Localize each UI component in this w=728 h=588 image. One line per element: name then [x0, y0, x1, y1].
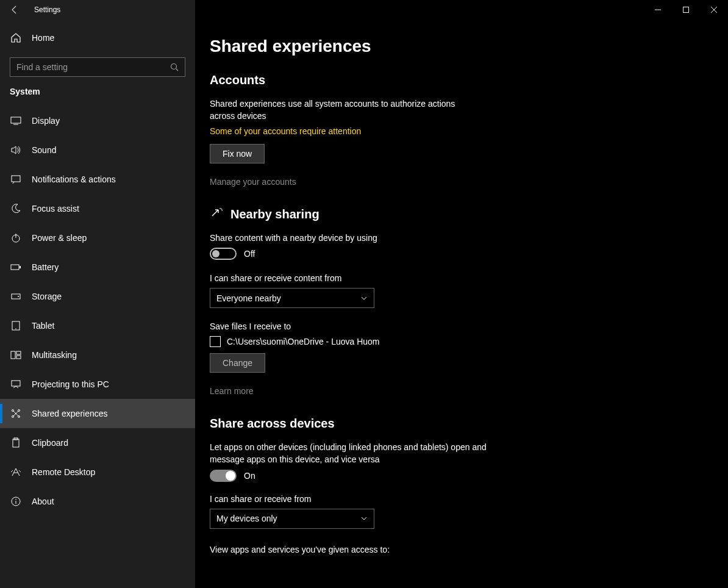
- nearby-heading-text: Nearby sharing: [230, 207, 319, 221]
- accounts-heading: Accounts: [210, 73, 728, 87]
- sidebar-item-clipboard[interactable]: Clipboard: [0, 428, 195, 457]
- save-path-row: C:\Users\suomi\OneDrive - Luova Huom: [210, 336, 728, 347]
- nav-label: Display: [32, 116, 60, 126]
- sidebar-item-remote-desktop[interactable]: Remote Desktop: [0, 457, 195, 487]
- nav-label: Notifications & actions: [32, 174, 116, 184]
- sidebar-item-sound[interactable]: Sound: [0, 135, 195, 165]
- display-icon: [10, 115, 22, 126]
- svg-rect-6: [12, 176, 20, 182]
- close-button[interactable]: [700, 0, 728, 20]
- save-path: C:\Users\suomi\OneDrive - Luova Huom: [227, 337, 380, 346]
- nav-label: About: [32, 497, 54, 506]
- sidebar-item-shared-experiences[interactable]: Shared experiences: [0, 399, 195, 428]
- across-heading: Share across devices: [210, 417, 728, 431]
- nearby-heading: Nearby sharing: [210, 207, 728, 221]
- learn-more-link[interactable]: Learn more: [210, 386, 728, 396]
- sidebar: Home System Display Sound Notificat: [0, 20, 195, 588]
- page-title: Shared experiences: [210, 37, 728, 56]
- receive-select[interactable]: Everyone nearby: [210, 288, 374, 308]
- receive-label: I can share or receive content from: [210, 273, 728, 283]
- nearby-desc: Share content with a nearby device by us…: [210, 232, 527, 245]
- svg-line-3: [176, 69, 179, 71]
- accounts-desc: Shared experiences use all system accoun…: [210, 98, 478, 122]
- nav-label: Projecting to this PC: [32, 379, 109, 389]
- svg-point-12: [18, 296, 19, 297]
- toggle-state: Off: [244, 249, 255, 259]
- sidebar-item-storage[interactable]: Storage: [0, 282, 195, 311]
- moon-icon: [10, 203, 22, 214]
- save-label: Save files I receive to: [210, 321, 728, 331]
- svg-point-27: [15, 499, 16, 500]
- across-receive-label: I can share or receive from: [210, 494, 728, 504]
- minimize-button[interactable]: [644, 0, 672, 20]
- svg-rect-15: [11, 351, 15, 359]
- nav-label: Sound: [32, 145, 56, 155]
- shared-icon: [10, 408, 22, 419]
- nearby-toggle[interactable]: Off: [210, 248, 728, 260]
- home-nav[interactable]: Home: [0, 23, 195, 52]
- nav-label: Tablet: [32, 321, 54, 331]
- sidebar-item-projecting[interactable]: Projecting to this PC: [0, 370, 195, 399]
- svg-rect-16: [16, 351, 21, 354]
- share-icon: [210, 207, 223, 221]
- clipboard-icon: [10, 437, 22, 448]
- power-icon: [10, 232, 22, 243]
- battery-icon: [10, 262, 22, 273]
- select-value: Everyone nearby: [216, 293, 281, 303]
- category-label: System: [0, 85, 195, 104]
- tablet-icon: [10, 320, 22, 331]
- chevron-down-icon: [360, 515, 368, 522]
- projecting-icon: [10, 379, 22, 390]
- sidebar-item-tablet[interactable]: Tablet: [0, 311, 195, 340]
- chevron-down-icon: [360, 295, 368, 302]
- storage-icon: [10, 291, 22, 302]
- svg-rect-1: [683, 7, 689, 13]
- sidebar-item-display[interactable]: Display: [0, 106, 195, 135]
- sidebar-item-multitasking[interactable]: Multitasking: [0, 340, 195, 370]
- select-value: My devices only: [216, 514, 277, 523]
- search-input[interactable]: [10, 57, 185, 77]
- sidebar-item-power[interactable]: Power & sleep: [0, 223, 195, 253]
- home-icon: [10, 32, 22, 43]
- nav-label: Clipboard: [32, 438, 68, 448]
- back-button[interactable]: [0, 0, 29, 20]
- nav-label: Shared experiences: [32, 409, 108, 418]
- nav-label: Focus assist: [32, 204, 79, 213]
- search-icon: [170, 63, 179, 71]
- sidebar-item-about[interactable]: About: [0, 487, 195, 516]
- svg-point-2: [171, 64, 177, 70]
- toggle-state: On: [244, 471, 255, 481]
- view-apps-label: View apps and services you've given acce…: [210, 545, 728, 554]
- accounts-warning: Some of your accounts require attention: [210, 126, 527, 138]
- fix-now-button[interactable]: Fix now: [210, 144, 265, 163]
- sidebar-item-notifications[interactable]: Notifications & actions: [0, 165, 195, 194]
- remote-desktop-icon: [10, 467, 22, 478]
- svg-rect-23: [13, 439, 19, 447]
- notifications-icon: [10, 174, 22, 185]
- svg-rect-10: [20, 266, 21, 268]
- nav-label: Storage: [32, 292, 62, 301]
- svg-rect-9: [11, 265, 19, 270]
- sidebar-item-battery[interactable]: Battery: [0, 253, 195, 282]
- multitasking-icon: [10, 350, 22, 360]
- folder-icon: [210, 336, 221, 347]
- svg-point-14: [15, 328, 16, 329]
- across-select[interactable]: My devices only: [210, 509, 374, 529]
- window-title: Settings: [29, 5, 60, 14]
- sidebar-item-focus[interactable]: Focus assist: [0, 194, 195, 223]
- across-toggle[interactable]: On: [210, 470, 728, 482]
- manage-accounts-link[interactable]: Manage your accounts: [210, 177, 728, 187]
- svg-rect-17: [16, 356, 21, 359]
- search-field[interactable]: [16, 62, 163, 72]
- nav-label: Power & sleep: [32, 233, 87, 243]
- sound-icon: [10, 145, 22, 156]
- across-desc: Let apps on other devices (including lin…: [210, 442, 502, 465]
- change-button[interactable]: Change: [210, 353, 265, 373]
- main-content: Shared experiences Accounts Shared exper…: [195, 20, 728, 588]
- maximize-button[interactable]: [672, 0, 700, 20]
- nav-label: Battery: [32, 262, 59, 272]
- svg-rect-18: [12, 381, 20, 386]
- nav-label: Multitasking: [32, 350, 77, 360]
- home-label: Home: [32, 33, 54, 43]
- nav-label: Remote Desktop: [32, 467, 95, 477]
